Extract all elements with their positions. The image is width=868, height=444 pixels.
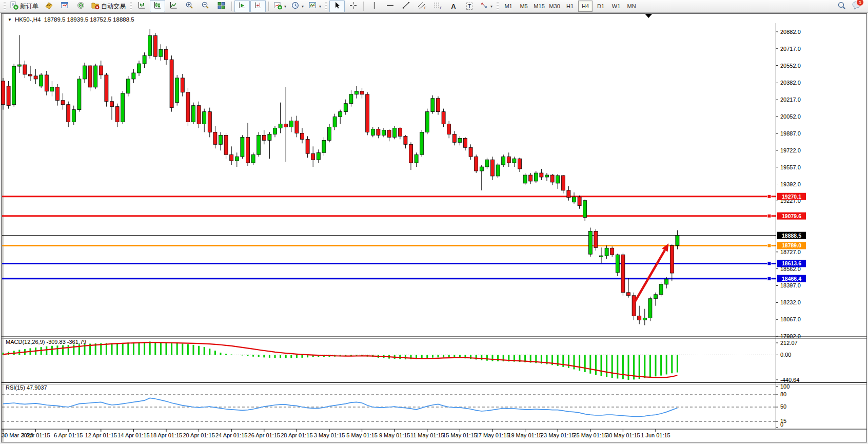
svg-text:18 Apr 01:15: 18 Apr 01:15 [150,432,182,438]
line-chart-icon [169,1,178,11]
svg-text:18232.0: 18232.0 [780,299,801,305]
svg-text:19270.1: 19270.1 [782,194,801,200]
navigator-button[interactable] [73,0,88,12]
toolbar-separator [363,2,364,11]
timeframe-button-m5[interactable]: M5 [517,1,531,12]
navigator-icon [76,1,85,11]
text-label-tool-button[interactable]: T [462,0,477,12]
svg-text:212.07: 212.07 [780,340,798,346]
svg-text:20552.0: 20552.0 [780,63,801,69]
svg-text:17902.0: 17902.0 [780,333,801,339]
svg-text:25 May 01:15: 25 May 01:15 [573,432,607,438]
templates-button[interactable]: ▾ [306,0,323,12]
chart-shift-icon [254,1,263,11]
toolbar-grip[interactable] [497,2,499,10]
svg-text:19079.6: 19079.6 [782,213,801,219]
auto-trading-icon [91,1,100,11]
new-order-label: 新订单 [20,2,38,11]
crosshair-tool-button[interactable] [345,0,361,12]
notifications-button[interactable]: 1 [852,1,862,12]
auto-trading-label: 自动交易 [101,2,126,11]
indicators-dropdown-icon[interactable]: ▾ [284,4,286,9]
chart-title: ▼HK50-,H4 18789.5 18939.5 18752.5 18888.… [8,16,134,23]
periods-button[interactable]: ▾ [289,0,306,12]
svg-text:18466.4: 18466.4 [782,276,801,282]
svg-text:26 Apr 01:15: 26 Apr 01:15 [248,432,280,438]
crosshair-icon [349,1,358,11]
timeframe-button-m1[interactable]: M1 [501,1,516,12]
chart-canvas[interactable]: 20882.020717.020552.020382.020217.020052… [0,0,868,444]
toolbar-grip[interactable] [325,2,327,10]
zoom-in-button[interactable] [182,0,197,12]
arrows-tool-button[interactable]: ▾ [478,0,495,12]
svg-text:18067.0: 18067.0 [780,316,801,322]
toolbar-separator [268,2,269,11]
auto-trading-button[interactable]: 自动交易 [89,0,128,12]
equidistant-channel-tool-button[interactable]: E [414,0,429,12]
svg-text:-440.64: -440.64 [780,377,799,383]
candlestick-chart-icon [153,1,162,11]
svg-text:28 Apr 01:15: 28 Apr 01:15 [281,432,312,438]
arrows-dropdown-icon[interactable]: ▾ [490,4,492,9]
svg-text:18727.0: 18727.0 [780,249,801,255]
trendline-tool-button[interactable] [398,0,413,12]
line-chart-button[interactable] [166,0,181,12]
svg-text:80: 80 [780,391,786,397]
chart-shift-button[interactable] [250,0,266,12]
templates-icon [308,1,317,11]
svg-text:19 May 01:15: 19 May 01:15 [508,432,542,438]
periods-clock-icon [291,1,300,11]
svg-text:1 Jun 01:15: 1 Jun 01:15 [641,432,670,438]
svg-text:0.00: 0.00 [780,352,791,358]
auto-scroll-button[interactable] [234,0,250,12]
bar-chart-button[interactable] [134,0,149,12]
svg-text:15 May 01:15: 15 May 01:15 [443,432,477,438]
templates-dropdown-icon[interactable]: ▾ [319,4,321,9]
timeframe-button-mn[interactable]: MN [624,1,639,12]
search-button[interactable] [834,0,850,12]
svg-text:19557.0: 19557.0 [780,164,801,170]
timeframe-button-h1[interactable]: H1 [563,1,577,12]
zoom-out-button[interactable] [198,0,213,12]
new-order-button[interactable]: 新订单 [8,0,41,12]
chart-collapse-icon[interactable]: ▼ [8,17,12,22]
timeframe-button-d1[interactable]: D1 [594,1,608,12]
svg-text:19392.0: 19392.0 [780,181,801,187]
arrows-tool-icon [480,1,488,11]
toolbar-grip[interactable] [4,2,6,10]
channel-icon: E [417,1,427,11]
svg-text:100: 100 [780,383,790,390]
horizontal-line-icon [386,2,394,11]
cursor-icon [333,2,341,11]
trendline-icon [402,1,410,11]
svg-text:18789.0: 18789.0 [782,242,801,248]
svg-text:12 Apr 01:15: 12 Apr 01:15 [85,432,117,438]
market-watch-button[interactable] [41,0,56,12]
svg-text:18613.6: 18613.6 [782,260,801,266]
toolbar-grip[interactable] [130,2,132,10]
horizontal-line-tool-button[interactable] [382,0,398,12]
candlestick-chart-button[interactable] [150,0,165,12]
text-label-tool-icon: T [466,3,473,10]
indicators-icon [273,1,282,11]
fibonacci-tool-button[interactable]: F [430,0,445,12]
svg-text:6 Apr 01:15: 6 Apr 01:15 [54,432,83,438]
timeframe-button-w1[interactable]: W1 [609,1,623,12]
text-tool-icon: A [451,3,456,10]
text-tool-button[interactable]: A [446,0,461,12]
cursor-tool-button[interactable] [329,0,345,12]
timeframe-button-m30[interactable]: M30 [547,1,562,12]
toolbar-right-tools: 1 [834,0,866,12]
indicators-button[interactable]: ▾ [271,0,288,12]
tile-windows-button[interactable] [213,0,229,12]
timeframe-button-h4[interactable]: H4 [578,1,593,12]
timeframe-button-m15[interactable]: M15 [532,1,546,12]
periods-dropdown-icon[interactable]: ▾ [302,4,304,9]
svg-text:19722.0: 19722.0 [780,147,801,153]
vertical-line-tool-button[interactable] [366,0,382,12]
svg-text:18397.0: 18397.0 [780,282,801,288]
bar-chart-icon [137,1,146,11]
new-order-icon [10,1,18,11]
data-window-button[interactable] [57,0,72,12]
zoom-in-icon [185,1,194,11]
